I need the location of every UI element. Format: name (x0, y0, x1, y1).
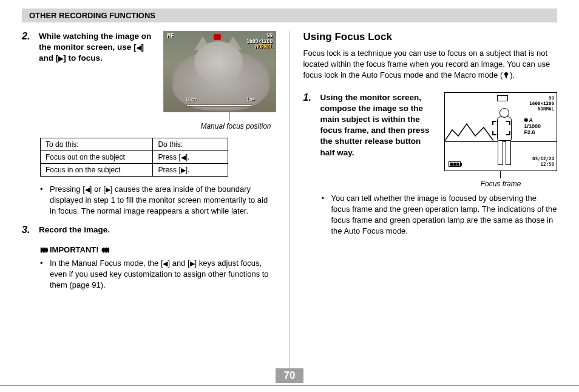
diagram-caption: Focus frame (444, 180, 557, 188)
diag-date: 03/12/24 (532, 156, 554, 161)
photo-wrapper: MF 99 1600×1200 NORMAL 10cm 1m∞ Manual f… (163, 31, 276, 130)
diagram-wrapper: 99 1600×1200 NORMAL ✽A 1/1000 F2.6 03/12… (444, 92, 557, 188)
table-header-key: Do this: (153, 138, 228, 151)
step-2-number: 2. (22, 31, 34, 42)
note-bullet: • Pressing [◀] or [▶] causes the area in… (40, 184, 276, 217)
column-divider (290, 31, 290, 371)
bullet-text: Pressing [◀] or [▶] causes the area insi… (50, 184, 276, 217)
page-footer: 70 (0, 368, 579, 386)
diag-fstop: F2.6 (524, 129, 535, 135)
diag-flash: ✽A (524, 117, 533, 123)
bullet-text-b: ] or [ (90, 184, 106, 194)
right-triangle-icon: ▶ (106, 185, 110, 194)
camera-top-icon (497, 95, 508, 101)
diagram-datetime: 03/12/24 12:58 (532, 156, 554, 167)
mountains-icon (445, 119, 493, 141)
diag-count: 99 (549, 95, 554, 101)
footer-rule (0, 385, 579, 386)
step-3-text: Record the image. (39, 225, 110, 235)
important-right-icon: ◖◖◖ (101, 246, 109, 254)
table-header-action: To do this: (41, 138, 153, 151)
left-triangle-icon: ◀ (181, 154, 186, 161)
imp-text-a: In the Manual Focus mode, the [ (50, 259, 163, 268)
section-header: OTHER RECORDING FUNCTIONS (22, 8, 557, 22)
press-suffix: ]. (186, 153, 190, 161)
step-2-text: While watching the image on the monitor … (39, 31, 156, 64)
macro-icon (503, 72, 510, 78)
table-row: Focus out on the subject Press [◀]. (41, 151, 228, 164)
table-cell: Focus in on the subject (41, 164, 153, 177)
important-bullet: • In the Manual Focus mode, the [◀] and … (40, 258, 276, 291)
diag-resolution: 1600×1200 (529, 101, 554, 106)
diag-shutter: 1/1000 (524, 123, 541, 129)
photo-caption: Manual focus position (163, 122, 271, 130)
pointer-line (229, 112, 229, 121)
focus-lock-heading: Using Focus Lock (303, 31, 557, 43)
diagram-settings: ✽A 1/1000 F2.6 (524, 117, 541, 135)
left-triangle-icon: ◀ (85, 185, 90, 194)
bullet-icon: • (40, 184, 46, 217)
focus-action-table: To do this: Do this: Focus out on the su… (40, 138, 228, 177)
press-suffix: ]. (186, 166, 190, 174)
step-2-text-a: While watching the image on the monitor … (39, 32, 151, 52)
focus-lock-intro: Focus lock is a technique you can use to… (303, 48, 557, 81)
person-figure (491, 108, 518, 166)
page-number: 70 (276, 368, 304, 383)
left-triangle-icon: ◀ (137, 43, 141, 52)
table-cell: Press [◀]. (153, 151, 228, 164)
table-cell: Focus out on the subject (41, 151, 153, 164)
step-3-number: 3. (22, 225, 34, 235)
sample-photo: MF 99 1600×1200 NORMAL 10cm 1m∞ (163, 31, 276, 112)
battery-icon (449, 161, 461, 167)
step-1-text: Using the monitor screen, compose the im… (320, 92, 436, 158)
focus-scale: 10cm 1m∞ (187, 103, 251, 108)
right-triangle-icon: ▶ (190, 259, 195, 268)
intro-text-b: ). (510, 70, 515, 79)
focus-note-bullet: • You can tell whether the image is focu… (321, 193, 557, 237)
focus-frame-diagram: 99 1600×1200 NORMAL ✽A 1/1000 F2.6 03/12… (444, 92, 557, 171)
photo-quality: NORMAL (256, 44, 273, 50)
focus-note-text: You can tell whether the image is focuse… (331, 193, 557, 237)
table-row: Focus in on the subject Press [▶]. (41, 164, 228, 177)
step-2-row: 2. While watching the image on the monit… (22, 31, 276, 130)
press-prefix: Press [ (158, 153, 180, 161)
scale-right-label: 1m∞ (246, 96, 255, 102)
bullet-icon: • (40, 258, 46, 291)
important-heading: ◗◗◗ IMPORTANT! ◖◖◖ (40, 245, 276, 254)
diag-time: 12:58 (540, 161, 554, 167)
photo-mf-label: MF (168, 33, 174, 39)
diagram-info-right: 99 1600×1200 NORMAL (529, 95, 554, 112)
step-2-text-c: ] to focus. (63, 53, 103, 63)
imp-text-b: ] and [ (168, 259, 189, 268)
left-column: 2. While watching the image on the monit… (22, 31, 276, 371)
press-prefix: Press [ (158, 166, 180, 174)
important-label: IMPORTANT! (50, 245, 99, 254)
important-bullet-text: In the Manual Focus mode, the [◀] and [▶… (50, 258, 276, 291)
photo-info-right: 99 1600×1200 NORMAL (246, 33, 273, 50)
bullet-icon: • (321, 193, 327, 237)
important-left-icon: ◗◗◗ (40, 246, 47, 254)
bullet-text-a: Pressing [ (50, 184, 85, 194)
diag-quality: NORMAL (538, 106, 554, 112)
right-column: Using Focus Lock Focus lock is a techniq… (303, 31, 557, 371)
step-1-row: 1. Using the monitor screen, compose the… (303, 92, 557, 188)
step-1-number: 1. (303, 92, 315, 103)
page-columns: 2. While watching the image on the monit… (22, 31, 557, 371)
photo-count: 99 (267, 33, 273, 38)
right-triangle-icon: ▶ (181, 166, 186, 174)
focus-frame-brackets (492, 121, 510, 135)
photo-resolution: 1600×1200 (246, 39, 273, 44)
table-cell: Press [▶]. (153, 164, 228, 177)
scale-left-label: 10cm (186, 96, 197, 102)
pointer-line (500, 171, 501, 178)
record-icon (214, 34, 221, 40)
